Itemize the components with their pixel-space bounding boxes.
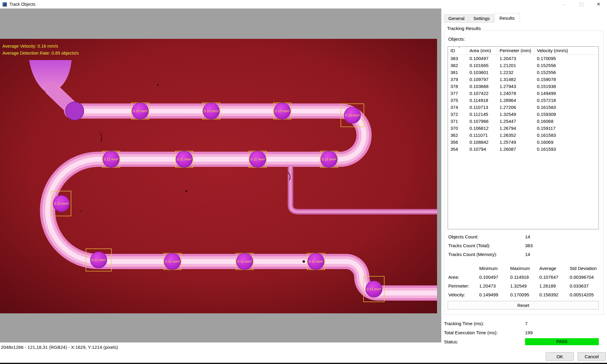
count-value: 14 bbox=[525, 250, 530, 259]
object-row[interactable]: 3620.1110711.263520.161583 bbox=[448, 132, 599, 139]
statistics-section: MinimumMaximumAverageStd DeviationArea:0… bbox=[448, 264, 599, 299]
object-cell: 1.28964 bbox=[497, 97, 534, 104]
object-cell: 1.25447 bbox=[497, 118, 534, 125]
object-cell: 0.100497 bbox=[467, 55, 497, 62]
object-row[interactable]: 3820.1016651.212010.152556 bbox=[448, 62, 599, 69]
overlay-average-velocity: Average Velocity: 0.16 mm/s bbox=[2, 44, 58, 49]
reset-button[interactable]: Reset bbox=[448, 301, 599, 309]
object-cell: 0.149499 bbox=[534, 90, 599, 97]
stats-value: 1.20473 bbox=[479, 281, 496, 290]
object-cell: 1.2232 bbox=[497, 69, 534, 76]
cancel-button[interactable]: Cancel bbox=[578, 352, 606, 361]
tab-general[interactable]: General bbox=[444, 14, 469, 23]
object-cell: 0.112145 bbox=[467, 111, 497, 118]
objects-table-header: ID ∧ Area (mm) Perimeter (mm) Velocity (… bbox=[448, 47, 599, 55]
object-cell: 1.32549 bbox=[497, 111, 534, 118]
footer-section: Tracking Time (ms):7Total Execution Time… bbox=[444, 319, 603, 346]
object-cell: 356 bbox=[448, 139, 467, 146]
maximize-button[interactable] bbox=[573, 0, 590, 8]
title-bar: Track Objects – ✕ bbox=[0, 0, 607, 9]
column-header-id[interactable]: ID ∧ bbox=[448, 47, 467, 55]
footer-value: 7 bbox=[525, 319, 527, 328]
object-cell: 374 bbox=[448, 104, 467, 111]
object-cell: 0.151938 bbox=[534, 83, 599, 90]
object-area-label: 0.11 mm² bbox=[322, 157, 336, 161]
stats-value: 0.00396704 bbox=[570, 273, 594, 281]
object-row[interactable]: 3750.1149181.289640.157218 bbox=[448, 97, 599, 104]
object-row[interactable]: 3790.1097971.314820.159078 bbox=[448, 76, 599, 83]
stats-value: 0.114918 bbox=[510, 273, 529, 281]
column-header-area[interactable]: Area (mm) bbox=[467, 47, 497, 55]
object-cell: 362 bbox=[448, 132, 467, 139]
object-cell: 0.108842 bbox=[467, 139, 497, 146]
object-cell: 0.107422 bbox=[467, 90, 497, 97]
stats-value: 0.149499 bbox=[479, 290, 498, 299]
object-cell: 0.16068 bbox=[534, 118, 599, 125]
status-row: Status:PASS bbox=[444, 337, 603, 346]
tab-results[interactable]: Results bbox=[494, 13, 520, 23]
object-row[interactable]: 3740.1107131.272060.161583 bbox=[448, 104, 599, 111]
ok-button[interactable]: OK bbox=[546, 352, 574, 361]
column-header-velocity[interactable]: Velocity (mm/s) bbox=[534, 47, 599, 55]
objects-label: Objects: bbox=[448, 36, 465, 42]
stats-header-row: MinimumMaximumAverageStd Deviation bbox=[448, 264, 599, 273]
object-cell: 0.107966 bbox=[467, 118, 497, 125]
object-cell: 377 bbox=[448, 90, 467, 97]
footer-label: Total Execution Time (ms): bbox=[444, 330, 498, 335]
status-pass-bar: PASS bbox=[525, 338, 599, 345]
close-button[interactable]: ✕ bbox=[590, 0, 607, 8]
object-row[interactable]: 3720.1121451.325490.159309 bbox=[448, 111, 599, 118]
object-row[interactable]: 3540.107941.260870.161593 bbox=[448, 146, 599, 153]
object-cell: 0.111071 bbox=[467, 132, 497, 139]
footer-value: 199 bbox=[525, 328, 533, 337]
minimize-button[interactable]: – bbox=[556, 0, 573, 8]
object-row[interactable]: 3710.1079661.254470.16068 bbox=[448, 118, 599, 125]
inlet-blob bbox=[66, 102, 84, 120]
stats-value: 0.033637 bbox=[570, 281, 589, 290]
footer-row: Tracking Time (ms):7 bbox=[444, 319, 603, 328]
object-cell: 0.101665 bbox=[467, 62, 497, 69]
results-panel: GeneralSettingsResults Tracking Results … bbox=[441, 8, 607, 364]
object-row[interactable]: 3700.1068121.267940.159117 bbox=[448, 125, 599, 132]
object-cell: 0.106812 bbox=[467, 125, 497, 132]
column-header-perimeter[interactable]: Perimeter (mm) bbox=[497, 47, 534, 55]
object-cell: 372 bbox=[448, 111, 467, 118]
object-cell: 1.20473 bbox=[497, 55, 534, 62]
object-cell: 1.26794 bbox=[497, 125, 534, 132]
count-label: Tracks Count (Total): bbox=[448, 243, 490, 248]
stats-value: 1.26189 bbox=[539, 281, 556, 290]
object-cell: 381 bbox=[448, 69, 467, 76]
count-row: Tracks Count (Memory):14 bbox=[448, 250, 599, 259]
object-row[interactable]: 3770.1074221.240780.149499 bbox=[448, 90, 599, 97]
tab-settings[interactable]: Settings bbox=[469, 14, 494, 23]
object-cell: 0.159309 bbox=[534, 111, 599, 118]
object-area-label: 0.10 mm² bbox=[345, 113, 360, 117]
object-row[interactable]: 3810.1036011.22320.152556 bbox=[448, 69, 599, 76]
object-area-label: 0.10 mm² bbox=[133, 109, 148, 113]
image-status-line: 2048x1266 - 121,18,31 (RGB24) - X:1629, … bbox=[1, 345, 118, 350]
object-cell: 0.159117 bbox=[534, 125, 599, 132]
stats-col-header: Maximum bbox=[510, 264, 530, 273]
objects-table-body: 3830.1004971.204730.1700953820.1016651.2… bbox=[448, 55, 599, 153]
object-cell: 1.31482 bbox=[497, 76, 534, 83]
count-row: Objects Count:14 bbox=[448, 232, 599, 241]
object-area-label: 0.11 mm² bbox=[91, 258, 106, 262]
microfluidic-image: 0.10 mm²0.10 mm²0.10 mm²0.10 mm²0.11 mm²… bbox=[0, 39, 437, 313]
footer-row: Total Execution Time (ms):199 bbox=[444, 328, 603, 337]
object-row[interactable]: 3780.1036681.279430.151938 bbox=[448, 83, 599, 90]
object-row[interactable]: 3830.1004971.204730.170095 bbox=[448, 55, 599, 62]
stats-col-header: Average bbox=[539, 264, 556, 273]
object-row[interactable]: 3560.1088421.257490.16069 bbox=[448, 139, 599, 146]
stats-row: Perimeter:1.204731.325491.261890.033637 bbox=[448, 281, 599, 290]
object-cell: 0.114918 bbox=[467, 97, 497, 104]
counts-section: Objects Count:14Tracks Count (Total):383… bbox=[448, 232, 599, 259]
object-cell: 1.24078 bbox=[497, 90, 534, 97]
object-cell: 375 bbox=[448, 97, 467, 104]
maximize-icon bbox=[580, 3, 583, 6]
object-area-label: 0.11 mm² bbox=[309, 260, 323, 263]
stats-value: 1.32549 bbox=[510, 281, 527, 290]
object-cell: 379 bbox=[448, 76, 467, 83]
object-cell: 382 bbox=[448, 62, 467, 69]
object-area-label: 0.11 mm² bbox=[165, 260, 180, 263]
object-area-label: 0.11 mm² bbox=[250, 157, 265, 161]
